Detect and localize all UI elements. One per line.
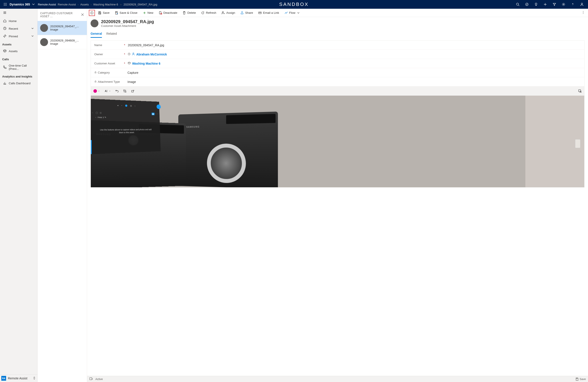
nav-recent[interactable]: Recent: [0, 25, 37, 33]
attachment-type-label: Attachment Type: [98, 80, 120, 83]
deactivate-button[interactable]: Deactivate: [156, 9, 180, 17]
svg-point-5: [6, 4, 7, 5]
svg-point-23: [133, 53, 134, 54]
refresh-button[interactable]: Refresh: [199, 9, 218, 17]
crumb-2[interactable]: Assets: [80, 3, 89, 6]
crumb-3[interactable]: Washing Machine 6: [93, 3, 118, 6]
nav-onetime-call[interactable]: One-time Call (Previ...: [0, 62, 37, 72]
chevron-down-icon: [31, 27, 34, 31]
list-item-thumb: [40, 38, 48, 46]
main-content: Save Save & Close New Deactivate Delete …: [87, 9, 588, 382]
highlighter-tool[interactable]: [104, 89, 111, 93]
back-button-highlighted[interactable]: [89, 10, 95, 16]
list-header: CAPTURED CUSTOMER ASSET ...: [38, 9, 87, 21]
svg-point-3: [4, 4, 5, 5]
crumb-4[interactable]: 20200929_094547_RA.jpg: [124, 3, 157, 6]
footer-save-button[interactable]: Save: [575, 377, 586, 381]
record-title: 20200929_094547_RA.jpg: [101, 19, 154, 24]
user-icon[interactable]: [578, 0, 586, 9]
attachment-image[interactable]: SAMSUNG SAMSUNG ◂▫⊡▫ ←◯⊡▣‹› ← Hv: [91, 96, 584, 187]
wall-switch: [575, 139, 580, 148]
lightbulb-icon[interactable]: [532, 0, 540, 9]
hud-label: Hvac 1: [98, 116, 104, 119]
field-category: Category Capture: [91, 68, 584, 77]
save-button[interactable]: Save: [96, 9, 112, 17]
rotate-tool[interactable]: [131, 89, 134, 93]
app-launcher-icon[interactable]: [2, 3, 9, 6]
image-toolbar: [91, 86, 584, 96]
record-header: 20200929_094547_RA.jpg Customer Asset At…: [87, 17, 588, 38]
field-customer-asset[interactable]: Customer Asset * Washing Machine 6: [91, 59, 584, 68]
new-label: New: [147, 11, 153, 14]
category-value: Capture: [127, 71, 138, 74]
nav-home[interactable]: Home: [0, 17, 37, 25]
undo-tool[interactable]: [115, 89, 119, 93]
close-icon[interactable]: [81, 13, 84, 17]
owner-value[interactable]: Abraham McCormick: [136, 53, 167, 56]
nav-pinned[interactable]: Pinned: [0, 33, 37, 40]
lock-icon: [94, 71, 97, 74]
plus-icon[interactable]: [541, 0, 550, 9]
svg-point-20: [583, 12, 583, 13]
app-switcher[interactable]: RA Remote Assist: [0, 374, 37, 382]
footer-save-label: Save: [580, 378, 586, 381]
chevron-right-icon: ›: [78, 3, 79, 6]
nav-assets[interactable]: Assets: [0, 47, 37, 55]
app-name: Dynamics 365: [10, 3, 30, 6]
field-name[interactable]: Name * 20200929_094547_RA.jpg: [91, 41, 584, 50]
more-icon[interactable]: [579, 11, 587, 15]
color-picker[interactable]: [93, 89, 100, 93]
app-switcher-label: Remote Assist: [8, 377, 27, 380]
color-dot-icon: [93, 89, 97, 93]
field-owner[interactable]: Owner * Abraham McCormick: [91, 50, 584, 59]
status-icon[interactable]: [89, 377, 93, 381]
svg-point-2: [6, 3, 7, 4]
svg-point-21: [583, 13, 583, 14]
svg-point-7: [5, 5, 6, 6]
assign-button[interactable]: Assign: [219, 9, 237, 17]
assign-label: Assign: [226, 11, 235, 14]
new-button[interactable]: New: [141, 9, 156, 17]
save-close-button[interactable]: Save & Close: [113, 9, 140, 17]
expand-icon[interactable]: [578, 89, 582, 93]
delete-button[interactable]: Delete: [180, 9, 198, 17]
required-icon: *: [124, 53, 125, 56]
flow-label: Flow: [289, 11, 295, 14]
section-assets: Assets: [0, 40, 37, 47]
deactivate-label: Deactivate: [164, 11, 177, 14]
customer-asset-value[interactable]: Washing Machine 6: [132, 62, 160, 65]
flow-button[interactable]: Flow: [282, 9, 302, 17]
task-icon[interactable]: [523, 0, 531, 9]
hamburger-icon[interactable]: [0, 9, 37, 17]
help-icon[interactable]: [568, 0, 577, 9]
gear-icon[interactable]: [559, 0, 568, 9]
asset-icon: [128, 62, 131, 65]
brand-label: SAMSUNG: [186, 126, 200, 128]
left-nav: Home Recent Pinned Assets Assets Calls O…: [0, 9, 38, 382]
nav-calls-dashboard[interactable]: Calls Dashboard: [0, 80, 37, 87]
record-thumbnail: [91, 20, 98, 27]
search-icon[interactable]: [513, 0, 522, 9]
list-item-sub: Image: [50, 28, 79, 31]
svg-point-19: [583, 11, 583, 12]
email-link-button[interactable]: Email a Link: [256, 9, 281, 17]
crumb-1[interactable]: Remote Assist: [58, 3, 76, 6]
crop-tool[interactable]: [123, 89, 126, 93]
chevron-right-icon: ›: [91, 3, 91, 6]
tab-related[interactable]: Related: [106, 30, 117, 38]
app-chevron-icon[interactable]: [32, 2, 35, 7]
updown-icon: [33, 376, 36, 381]
clock-icon: [128, 53, 130, 56]
filter-icon[interactable]: [550, 0, 559, 9]
required-icon: *: [124, 62, 125, 65]
customer-asset-label: Customer Asset: [94, 62, 115, 65]
list-item[interactable]: 20200929_094609_... Image: [38, 35, 87, 49]
crumb-0[interactable]: Remote Assist: [38, 3, 56, 6]
share-button[interactable]: Share: [238, 9, 255, 17]
list-item-sub: Image: [50, 42, 79, 45]
name-value: 20200929_094547_RA.jpg: [128, 43, 164, 47]
tab-general[interactable]: General: [91, 30, 102, 38]
list-item[interactable]: 20200929_094547_... Image: [38, 21, 87, 35]
hololens-hud: ◂▫⊡▫ ←◯⊡▣‹› ← Hvac 1 ✎ Use the buttons a…: [91, 99, 161, 154]
section-analytics: Analytics and Insights: [0, 72, 37, 80]
